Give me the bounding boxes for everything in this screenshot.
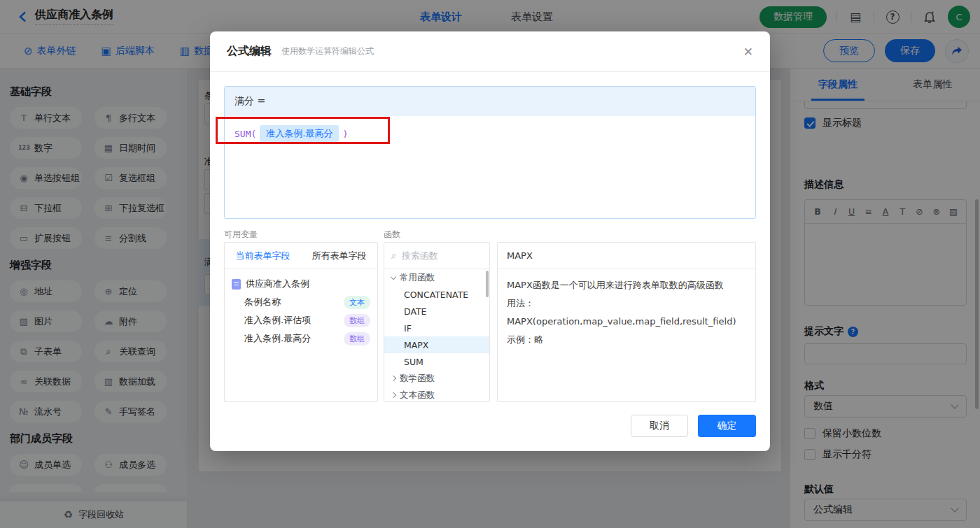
function-item-MAPX[interactable]: MAPX — [384, 336, 489, 353]
function-item-CONCATENATE[interactable]: CONCATENATE — [384, 286, 489, 303]
function-item-DATE[interactable]: DATE — [384, 303, 489, 320]
function-group-label: 常用函数 — [400, 272, 435, 284]
function-detail-description: MAPX函数是一个可以用来进行跨表单取数的高级函数用法：MAPX(operati… — [498, 269, 755, 356]
variable-form-row[interactable]: 供应商准入条例 — [225, 275, 377, 293]
function-detail-line: MAPX函数是一个可以用来进行跨表单取数的高级函数 — [507, 276, 746, 294]
function-list: 常用函数CONCATENATEDATEIFMAPXSUM数学函数文本函数 — [384, 269, 489, 402]
variable-name: 准入条例.最高分 — [232, 332, 344, 345]
chevron-icon — [391, 376, 396, 381]
close-icon[interactable]: ✕ — [743, 45, 753, 59]
annotation-highlight-box — [216, 117, 390, 144]
variables-tree: 供应商准入条例条例名称文本准入条例.评估项数组准入条例.最高分数组 — [225, 269, 377, 348]
variable-type-badge: 文本 — [344, 296, 370, 309]
cancel-button[interactable]: 取消 — [631, 415, 688, 437]
variable-type-badge: 数组 — [344, 314, 370, 327]
variable-name: 准入条例.评估项 — [232, 314, 344, 327]
formula-edit-modal: 公式编辑 使用数学运算符编辑公式 ✕ 满分 = SUM( 准入条例.最高分 ) … — [210, 31, 770, 451]
functions-section-label: 函数 — [384, 229, 400, 241]
confirm-button[interactable]: 确定 — [698, 415, 756, 437]
variables-section-label: 可用变量 — [224, 229, 258, 241]
function-detail-line: 用法：MAPX(operation,map_value,map_field,re… — [507, 294, 746, 331]
formula-target: 满分 = — [225, 87, 755, 116]
modal-subtitle: 使用数学运算符编辑公式 — [281, 45, 374, 57]
modal-title: 公式编辑 — [227, 44, 272, 59]
function-search: ⌕ — [384, 243, 489, 269]
function-group-常用函数[interactable]: 常用函数 — [384, 269, 489, 286]
function-detail-panel: MAPX MAPX函数是一个可以用来进行跨表单取数的高级函数用法：MAPX(op… — [497, 242, 756, 402]
form-designer-app: 供应商准入条例 表单设计表单设置 数据管理 ▤ ? C ⊘表单外链▣后端脚本▥数… — [0, 0, 980, 528]
function-search-input[interactable] — [402, 250, 472, 261]
chevron-icon — [391, 273, 396, 279]
function-detail-name: MAPX — [498, 243, 755, 269]
function-group-label: 文本函数 — [400, 390, 435, 401]
function-group-数学函数[interactable]: 数学函数 — [384, 370, 489, 387]
chevron-icon — [391, 392, 396, 398]
modal-footer: 取消 确定 — [631, 415, 756, 437]
form-doc-icon — [232, 279, 241, 290]
function-group-文本函数[interactable]: 文本函数 — [384, 387, 489, 402]
variable-row-条例名称[interactable]: 条例名称文本 — [225, 293, 377, 311]
search-icon: ⌕ — [391, 250, 397, 262]
function-group-label: 数学函数 — [400, 373, 435, 385]
formula-editor: 满分 = SUM( 准入条例.最高分 ) — [224, 86, 756, 219]
variables-tab-当前表单字段[interactable]: 当前表单字段 — [225, 243, 301, 269]
functions-panel: ⌕ 常用函数CONCATENATEDATEIFMAPXSUM数学函数文本函数 — [384, 242, 490, 402]
variable-row-准入条例.评估项[interactable]: 准入条例.评估项数组 — [225, 311, 377, 329]
variable-type-badge: 数组 — [344, 332, 370, 345]
variable-name: 条例名称 — [232, 296, 344, 308]
variable-row-准入条例.最高分[interactable]: 准入条例.最高分数组 — [225, 329, 377, 348]
modal-header: 公式编辑 使用数学运算符编辑公式 ✕ — [210, 31, 770, 72]
function-list-scrollbar[interactable] — [486, 271, 489, 297]
variables-tab-所有表单字段[interactable]: 所有表单字段 — [301, 243, 377, 269]
function-item-IF[interactable]: IF — [384, 320, 489, 336]
variables-tabs: 当前表单字段所有表单字段 — [225, 243, 377, 269]
function-item-SUM[interactable]: SUM — [384, 353, 489, 370]
variable-form-name: 供应商准入条例 — [246, 278, 370, 290]
variables-panel: 当前表单字段所有表单字段 供应商准入条例条例名称文本准入条例.评估项数组准入条例… — [224, 242, 378, 402]
function-detail-line: 示例：略 — [507, 331, 746, 349]
